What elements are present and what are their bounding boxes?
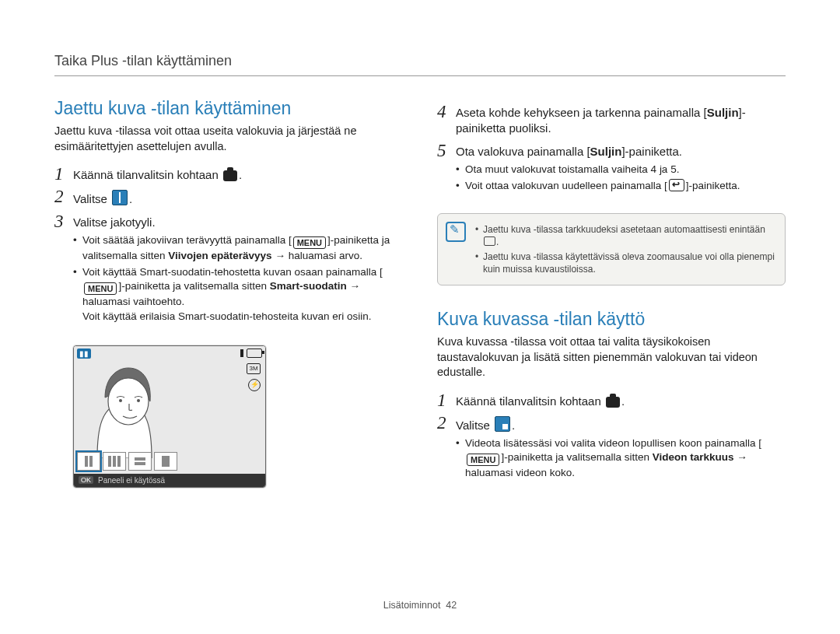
note-item: Jaettu kuva -tilassa tarkkuudeksi asetet… bbox=[475, 223, 775, 248]
note-item: Jaettu kuva -tilassa käytettävissä oleva… bbox=[475, 250, 775, 275]
camera-icon bbox=[606, 397, 620, 408]
split-shot-icon bbox=[112, 190, 128, 205]
menu-icon: MENU bbox=[293, 236, 326, 249]
section-intro-pip: Kuva kuvassa -tilassa voit ottaa tai val… bbox=[437, 335, 786, 380]
bullet: Videota lisätessäsi voi valita videon lo… bbox=[456, 436, 786, 480]
face-illustration bbox=[74, 359, 175, 458]
column-right: 4 Aseta kohde kehykseen ja tarkenna pain… bbox=[437, 98, 786, 493]
footer-page-number: 42 bbox=[446, 600, 457, 611]
return-icon bbox=[669, 179, 684, 191]
layout-thumbnails bbox=[77, 452, 177, 471]
step-1-pip: 1 Käännä tilanvalitsin kohtaan . bbox=[437, 391, 786, 409]
step-3: 3 Valitse jakotyyli. Voit säätää jakovii… bbox=[54, 212, 403, 331]
layout-option bbox=[77, 452, 100, 471]
step-text-post: . bbox=[239, 168, 242, 181]
bullet: Ota muut valokuvat toistamalla vaiheita … bbox=[456, 163, 740, 177]
bullet: Voit ottaa valokuvan uudelleen painamall… bbox=[456, 179, 740, 193]
menu-icon: MENU bbox=[84, 282, 117, 295]
info-note-box: Jaettu kuva -tilassa tarkkuudeksi asetet… bbox=[437, 213, 786, 285]
ok-button-label: OK bbox=[79, 476, 93, 484]
svg-point-2 bbox=[119, 399, 122, 402]
svg-point-3 bbox=[137, 399, 140, 402]
layout-option bbox=[154, 452, 177, 471]
step-num: 4 bbox=[437, 103, 456, 121]
indicator-icon bbox=[240, 349, 243, 357]
flash-icon: ⚡ bbox=[248, 379, 261, 391]
menu-icon: MENU bbox=[467, 454, 499, 466]
step-text: Käännä tilanvalitsin kohtaan bbox=[73, 168, 222, 181]
step-1: 1 Käännä tilanvalitsin kohtaan . bbox=[54, 165, 403, 183]
step-5: 5 Ota valokuva painamalla [Suljin]-paini… bbox=[437, 142, 786, 201]
resolution-icon bbox=[484, 236, 495, 246]
step-text: Valitse bbox=[73, 192, 110, 205]
column-left: Jaettu kuva -tilan käyttäminen Jaettu ku… bbox=[54, 98, 403, 493]
section-title-split-shot: Jaettu kuva -tilan käyttäminen bbox=[54, 98, 403, 119]
step-num: 2 bbox=[54, 187, 73, 205]
section-title-pip: Kuva kuvassa -tilan käyttö bbox=[437, 309, 786, 330]
step-num: 3 bbox=[54, 212, 73, 230]
camera-preview-illustration: ▮▮ 3M ⚡ bbox=[73, 345, 266, 488]
step-num: 5 bbox=[437, 142, 456, 159]
camera-icon bbox=[223, 170, 237, 181]
note-icon bbox=[446, 222, 466, 242]
layout-option bbox=[128, 452, 152, 471]
resolution-icon: 3M bbox=[247, 363, 261, 374]
bullet: Voit käyttää Smart-suodatin-tehostetta k… bbox=[73, 265, 403, 324]
step-2-pip: 2 Valitse . Videota lisätessäsi voi vali… bbox=[437, 414, 786, 489]
page-header: Taika Plus -tilan käyttäminen bbox=[54, 53, 786, 76]
section-intro-split-shot: Jaettu kuva -tilassa voit ottaa useita v… bbox=[54, 124, 403, 154]
battery-icon bbox=[247, 349, 262, 358]
step-text-post: . bbox=[129, 192, 132, 205]
preview-footer-text: Paneeli ei käytössä bbox=[98, 476, 165, 485]
step-num: 2 bbox=[437, 414, 456, 432]
step-4: 4 Aseta kohde kehykseen ja tarkenna pain… bbox=[437, 103, 786, 137]
step-text: Valitse jakotyyli. bbox=[73, 215, 156, 229]
step-2: 2 Valitse . bbox=[54, 187, 403, 207]
picture-in-picture-icon bbox=[495, 416, 510, 432]
step-num: 1 bbox=[437, 391, 456, 409]
layout-option bbox=[103, 452, 126, 471]
footer-label: Lisätoiminnot bbox=[383, 600, 441, 611]
page-footer: Lisätoiminnot 42 bbox=[0, 600, 840, 611]
mode-chip-icon: ▮▮ bbox=[77, 349, 91, 359]
bullet: Voit säätää jakoviivan terävyyttä painam… bbox=[73, 233, 403, 263]
step-num: 1 bbox=[54, 165, 73, 183]
